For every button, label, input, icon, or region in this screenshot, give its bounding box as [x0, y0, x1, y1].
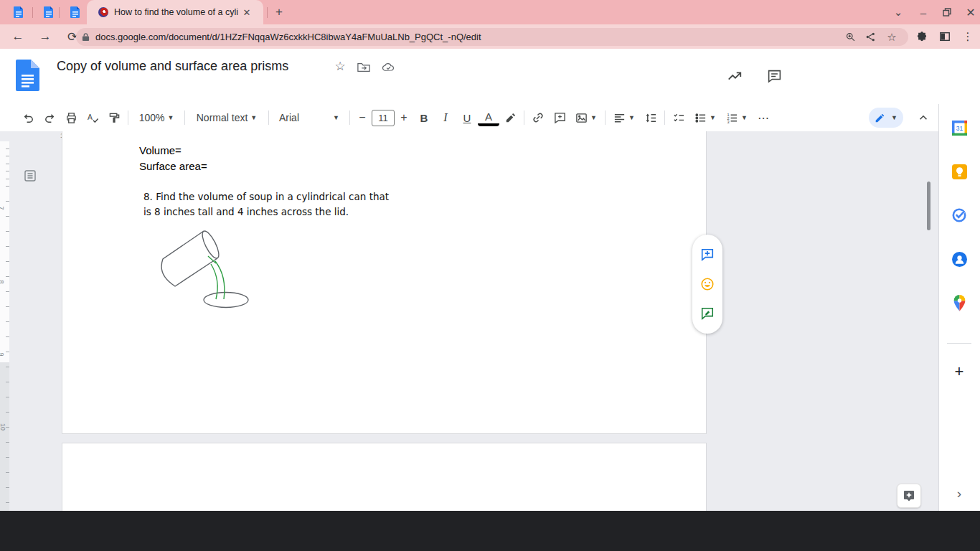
window-minimize-button[interactable]: – — [913, 0, 934, 24]
insert-link-icon[interactable] — [527, 108, 549, 128]
undo-icon[interactable] — [17, 108, 39, 128]
increase-font-icon[interactable]: + — [395, 108, 413, 128]
tab-close-icon[interactable]: ✕ — [240, 6, 253, 19]
maps-icon[interactable] — [948, 292, 970, 314]
get-addons-plus-button[interactable]: + — [948, 361, 970, 382]
zoom-in-icon[interactable] — [841, 32, 859, 42]
comment-history-icon[interactable] — [764, 66, 784, 86]
chevron-down-icon: ▼ — [167, 114, 174, 121]
page-1[interactable]: Volume= Surface area= 8. Find the volume… — [62, 131, 707, 434]
bookmark-star-icon[interactable]: ☆ — [881, 31, 903, 44]
chevron-down-icon: ▼ — [590, 114, 597, 121]
extensions-puzzle-icon[interactable] — [913, 27, 931, 47]
screen: How to find the volume of a cyli ✕ + ⌄ –… — [0, 0, 980, 551]
print-icon[interactable] — [60, 108, 82, 128]
hide-menus-button[interactable] — [913, 108, 933, 128]
docs-logo-icon[interactable] — [16, 60, 39, 94]
highlight-color-icon[interactable] — [499, 108, 521, 128]
pinned-tab-docs-3[interactable] — [67, 4, 84, 21]
bulleted-list-select[interactable]: ▼ — [689, 108, 721, 128]
page-2[interactable] — [62, 443, 707, 511]
ruler-number: 9 — [0, 352, 5, 356]
vertical-ruler[interactable]: 7 8 9 10 — [0, 141, 9, 511]
align-select[interactable]: ▼ — [608, 108, 640, 128]
url-text: docs.google.com/document/d/1HZzFNqqaWz6c… — [95, 32, 841, 42]
window-close-button[interactable]: ✕ — [960, 0, 980, 24]
chevron-down-icon: ▼ — [333, 114, 339, 121]
checklist-icon[interactable] — [668, 108, 689, 128]
window-menu-caret-icon[interactable]: ⌄ — [887, 0, 909, 24]
new-tab-button[interactable]: + — [270, 4, 288, 21]
pinned-tab-docs-1[interactable] — [10, 4, 27, 21]
sparkle-badge-icon — [902, 489, 916, 503]
panel-divider — [947, 343, 971, 344]
extension-sparkle-button[interactable] — [897, 484, 921, 508]
underline-button[interactable]: U — [456, 108, 478, 128]
ruler-number: 7 — [0, 206, 5, 209]
contacts-icon[interactable] — [948, 248, 970, 270]
share-page-icon[interactable] — [859, 32, 881, 42]
side-panel: 31 + › — [938, 104, 980, 511]
document-canvas-area: 1 1 2 3 4 5 6 7 7 8 9 10 Volume= Surface… — [0, 131, 938, 511]
doc-problem-line-2: is 8 inches tall and 4 inches across the… — [143, 206, 349, 217]
add-comment-icon[interactable] — [549, 108, 570, 128]
forward-button[interactable]: → — [34, 27, 56, 47]
tab-separator — [267, 7, 268, 18]
text-color-button[interactable]: A — [478, 109, 499, 126]
keep-icon[interactable] — [948, 161, 970, 182]
doc-problem-line-1: 8. Find the volume of soup in a cylindri… — [143, 191, 389, 202]
decrease-font-icon[interactable]: − — [353, 108, 372, 128]
tab-separator — [32, 7, 33, 18]
doc-title[interactable]: Copy of volume and surface area prisms — [57, 59, 288, 74]
tab-strip: How to find the volume of a cyli ✕ + ⌄ –… — [0, 0, 980, 24]
line-spacing-icon[interactable] — [640, 108, 661, 128]
tasks-icon[interactable] — [948, 204, 970, 226]
cylinder-pour-drawing[interactable] — [154, 227, 254, 311]
move-folder-icon[interactable] — [356, 59, 372, 75]
paragraph-style-select[interactable]: Normal text▼ — [188, 108, 265, 128]
doc-line-surface-area: Surface area= — [139, 160, 207, 172]
side-panel-icon[interactable] — [936, 27, 954, 47]
redo-icon[interactable] — [39, 108, 60, 128]
star-doc-icon[interactable]: ☆ — [332, 58, 348, 74]
pinned-tab-docs-2[interactable] — [40, 4, 57, 21]
more-toolbar-button[interactable]: ⋯ — [753, 108, 774, 128]
paint-format-icon[interactable] — [103, 108, 125, 128]
document-outline-icon[interactable] — [22, 167, 39, 184]
format-toolbar: A 100%▼ Normal text▼ Arial▼ − 11 + B I U… — [0, 104, 980, 131]
lock-icon — [82, 32, 90, 42]
trending-stats-icon[interactable] — [725, 66, 745, 86]
chevron-down-icon: ▼ — [250, 114, 257, 121]
svg-text:A: A — [87, 113, 92, 121]
window-restore-button[interactable] — [936, 0, 958, 24]
docs-favicon-icon — [44, 6, 54, 18]
ruler-number: 8 — [0, 280, 5, 283]
emoji-reaction-button[interactable] — [698, 275, 717, 293]
calendar-icon[interactable]: 31 — [948, 117, 970, 138]
active-tab-title: How to find the volume of a cyli — [114, 7, 240, 17]
spellcheck-icon[interactable]: A — [82, 108, 103, 128]
active-tab[interactable]: How to find the volume of a cyli ✕ — [87, 0, 263, 24]
tab-separator — [59, 7, 60, 18]
italic-button[interactable]: I — [435, 108, 456, 128]
suggest-edits-button[interactable] — [698, 304, 717, 323]
ruler-number: 10 — [0, 423, 6, 430]
editing-mode-select[interactable]: ▼ — [869, 108, 903, 128]
add-comment-float-button[interactable] — [698, 245, 717, 264]
omnibox[interactable]: docs.google.com/document/d/1HZzFNqqaWz6c… — [76, 28, 908, 46]
back-button[interactable]: ← — [7, 27, 29, 47]
font-family-select[interactable]: Arial▼ — [272, 108, 347, 128]
docs-favicon-icon — [70, 6, 80, 18]
bold-button[interactable]: B — [413, 108, 435, 128]
insert-image-select[interactable]: ▼ — [570, 108, 602, 128]
browser-menu-kebab-icon[interactable]: ⋮ — [958, 27, 977, 47]
panel-collapse-chevron[interactable]: › — [948, 483, 970, 504]
font-size-input[interactable]: 11 — [372, 110, 395, 126]
numbered-list-select[interactable]: 123 ▼ — [721, 108, 753, 128]
zoom-select[interactable]: 100%▼ — [131, 108, 182, 128]
document-scrollbar[interactable] — [927, 182, 930, 230]
svg-text:31: 31 — [956, 125, 963, 132]
cloud-status-icon[interactable] — [380, 59, 396, 75]
chevron-down-icon: ▼ — [628, 114, 635, 121]
pencil-edit-icon — [875, 113, 885, 123]
